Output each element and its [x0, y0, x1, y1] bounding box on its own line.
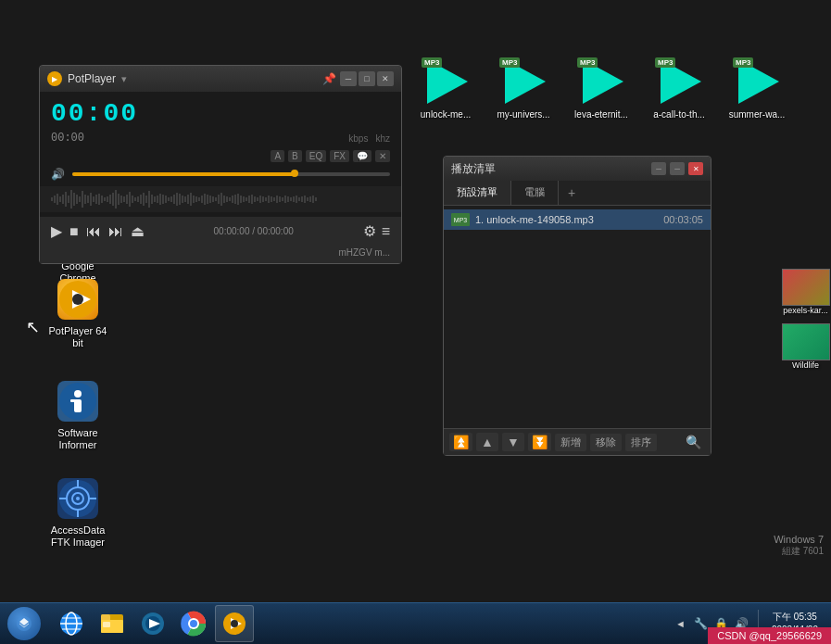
- potplayer-dropdown-arrow[interactable]: ▾: [121, 73, 127, 85]
- potplayer-titlebar: ▶ PotPlayer ▾ 📌 ─ □ ✕: [40, 66, 401, 92]
- mouse-cursor: ↖: [26, 317, 40, 337]
- pot-stop-button[interactable]: ■: [69, 223, 79, 240]
- taskbar-media-player-button[interactable]: [133, 605, 172, 642]
- mp3-label-2: my-univers...: [490, 109, 557, 120]
- taskbar-pinned: [52, 603, 254, 645]
- potplayer-pin-icon[interactable]: 📌: [322, 72, 336, 85]
- mp3-file-1[interactable]: MP3 unlock-me...: [412, 56, 479, 120]
- svg-rect-34: [103, 622, 110, 627]
- ie-icon: [58, 611, 84, 637]
- potplayer-restore-button[interactable]: □: [359, 71, 375, 86]
- volume-thumb[interactable]: [291, 170, 298, 177]
- playlist-minimize2-button[interactable]: ─: [670, 162, 685, 175]
- pot-btn-fx[interactable]: FX: [330, 150, 349, 162]
- playlist-tab-preset[interactable]: 預設清單: [444, 181, 511, 205]
- potplayer-win-controls: ─ □ ✕: [340, 71, 394, 86]
- playlist-win-controls: ─ ─ ✕: [651, 162, 703, 175]
- potplayer-title-text: PotPlayer: [68, 72, 116, 85]
- playlist-tab-tv[interactable]: 電腦: [511, 181, 559, 205]
- thumb-pexels[interactable]: pexels-kar...: [780, 269, 831, 320]
- win7-line1: Windows 7: [774, 534, 824, 545]
- svg-point-20: [76, 497, 80, 500]
- playlist-item-1-icon: MP3: [451, 213, 470, 226]
- svg-point-12: [72, 294, 83, 305]
- potplayer-window: ▶ PotPlayer ▾ 📌 ─ □ ✕ 00:00 00:00: [39, 65, 402, 264]
- playlist-remove-button[interactable]: 移除: [590, 434, 622, 451]
- playlist-item-1-duration: 00:03:05: [663, 214, 703, 225]
- mp3-label-5: summer-wa...: [724, 109, 790, 120]
- potplayer-logo: ▶: [47, 71, 62, 86]
- software-informer-label: SoftwareInformer: [57, 427, 97, 451]
- pot-eject-button[interactable]: ⏏: [131, 222, 145, 240]
- playlist-search-button[interactable]: 🔍: [682, 433, 705, 451]
- playlist-new-button[interactable]: 新增: [555, 434, 586, 451]
- pot-eq-row: A B EQ FX 💬 ✕: [40, 148, 401, 164]
- media-player-icon: [140, 611, 166, 637]
- taskbar: ◄ 🔧 🔒 🔊 下午 05:35 2023/11/20: [0, 602, 831, 644]
- windows7-watermark: Windows 7 組建 7601: [774, 534, 824, 558]
- mp3-file-2[interactable]: MP3 my-univers...: [490, 56, 557, 120]
- pot-btn-eq[interactable]: EQ: [306, 150, 326, 162]
- pot-filename-row: mHZGV m...: [40, 246, 401, 263]
- playlist-minimize-button[interactable]: ─: [651, 162, 666, 175]
- thumb-pexels-label: pexels-kar...: [783, 306, 828, 315]
- pot-next-button[interactable]: ⏭: [108, 223, 123, 240]
- mp3-file-4[interactable]: MP3 a-call-to-th...: [646, 56, 712, 120]
- start-button[interactable]: [0, 603, 48, 645]
- pot-btn-chat[interactable]: 💬: [353, 150, 371, 162]
- mp3-label-3: leva-eternit...: [568, 109, 635, 120]
- csdn-label: CSDN @qq_29566629: [717, 630, 822, 641]
- playlist-bottom-button[interactable]: ⏬: [528, 433, 551, 451]
- potplayer-task-icon: [221, 611, 247, 637]
- explorer-icon: [99, 611, 125, 637]
- svg-point-40: [190, 620, 197, 627]
- taskbar-explorer-button[interactable]: [93, 605, 132, 642]
- pot-controls: ▶ ■ ⏮ ⏭ ⏏ 00:00:00 / 00:00:00 ⚙ ≡: [40, 217, 401, 246]
- desktop-icon-ftk[interactable]: AccessDataFTK Imager: [41, 473, 115, 552]
- csdn-bar: CSDN @qq_29566629: [708, 627, 831, 644]
- tray-expand-button[interactable]: ◄: [672, 616, 689, 631]
- playlist-item-1[interactable]: MP3 1. unlock-me-149058.mp3 00:03:05: [444, 209, 711, 230]
- tray-network-icon[interactable]: 🔧: [693, 615, 710, 632]
- pot-right-controls: ⚙ ≡: [363, 222, 390, 240]
- playlist-down-button[interactable]: ▼: [502, 433, 524, 451]
- playlist-sort-button[interactable]: 排序: [625, 434, 657, 451]
- playlist-title-text: 播放清單: [451, 161, 496, 177]
- taskbar-ie-button[interactable]: [52, 605, 91, 642]
- potplayer-icon-label: PotPlayer 64bit: [49, 325, 107, 349]
- taskbar-potplayer-button[interactable]: [215, 605, 254, 642]
- pot-time-current: 00:00:00: [214, 226, 250, 236]
- pot-btn-close2[interactable]: ✕: [375, 150, 390, 162]
- mp3-file-3[interactable]: MP3 leva-eternit...: [568, 56, 635, 120]
- pot-play-button[interactable]: ▶: [51, 222, 62, 240]
- pot-waveform: [40, 186, 401, 212]
- playlist-tabs: 預設清單 電腦 +: [444, 181, 711, 206]
- pot-prev-button[interactable]: ⏮: [86, 223, 101, 240]
- potplayer-title: ▶ PotPlayer ▾: [47, 71, 127, 86]
- mp3-files-row: MP3 unlock-me... MP3 my-univers... MP3 l…: [412, 56, 790, 120]
- potplayer-minimize-button[interactable]: ─: [340, 71, 357, 86]
- pot-time-separator: /: [252, 226, 255, 236]
- pot-btn-B[interactable]: B: [288, 150, 302, 162]
- taskbar-chrome-button[interactable]: [174, 605, 213, 642]
- playlist-tab-add[interactable]: +: [559, 181, 585, 205]
- win7-line2: 組建 7601: [774, 545, 824, 558]
- desktop-icon-potplayer[interactable]: PotPlayer 64bit: [41, 273, 115, 353]
- playlist-item-1-name: 1. unlock-me-149058.mp3: [475, 214, 658, 225]
- potplayer-close-button[interactable]: ✕: [377, 71, 394, 86]
- desktop-icon-software-informer[interactable]: SoftwareInformer: [41, 375, 115, 455]
- chrome-task-icon: [181, 611, 207, 637]
- thumb-wildlife[interactable]: Wildlife: [780, 323, 831, 374]
- pot-btn-A[interactable]: A: [271, 150, 284, 162]
- playlist-top-button[interactable]: ⏫: [449, 433, 472, 451]
- pot-time-label: 00:00:00 / 00:00:00: [152, 226, 356, 236]
- playlist-up-button[interactable]: ▲: [476, 433, 498, 451]
- pot-main-time: 00:00: [51, 99, 390, 128]
- pot-menu-button[interactable]: ≡: [382, 222, 390, 240]
- volume-track[interactable]: [72, 172, 390, 176]
- mp3-file-5[interactable]: MP3 summer-wa...: [724, 56, 790, 120]
- playlist-close-button[interactable]: ✕: [688, 162, 703, 175]
- pot-settings-button[interactable]: ⚙: [363, 222, 376, 240]
- playlist-window: 播放清單 ─ ─ ✕ 預設清單 電腦 + MP3 1. unlock-me-14…: [443, 156, 711, 456]
- right-thumbnails: pexels-kar... Wildlife: [780, 269, 831, 378]
